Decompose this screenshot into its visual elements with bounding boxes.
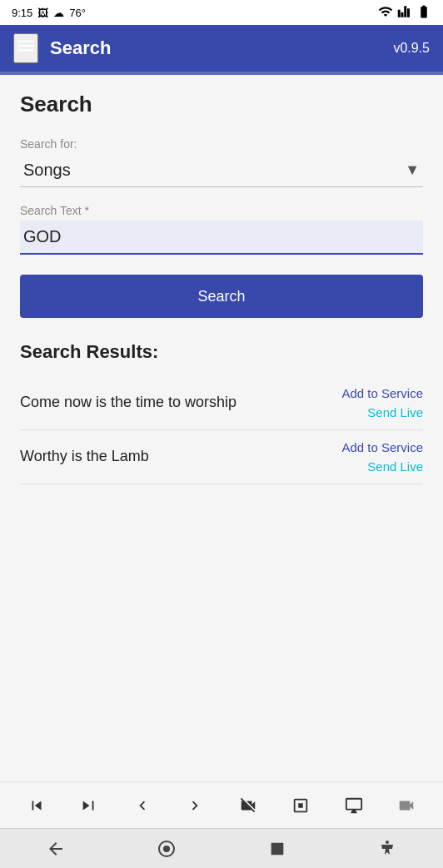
search-button[interactable]: Search — [20, 275, 423, 318]
next-button[interactable] — [182, 793, 207, 818]
skip-last-button[interactable] — [77, 793, 102, 818]
status-photo-icon: 🖼 — [37, 7, 48, 19]
menu-button[interactable] — [13, 33, 38, 63]
send-live-button-1[interactable]: Send Live — [367, 405, 423, 419]
search-for-dropdown[interactable]: Songs ▼ — [20, 154, 423, 187]
status-right — [378, 4, 431, 22]
status-left: 9:15 🖼 ☁ 76° — [12, 7, 86, 19]
song-title-1: Come now is the time to worship — [20, 393, 341, 412]
wifi-icon — [378, 4, 393, 22]
search-input-container — [20, 221, 423, 255]
app-bar-left: Search — [13, 33, 111, 63]
search-input[interactable] — [23, 227, 420, 246]
status-time: 9:15 — [12, 7, 32, 19]
slideshow-button[interactable] — [288, 793, 313, 818]
back-button[interactable] — [46, 839, 66, 859]
page-title: Search — [20, 92, 423, 117]
add-to-service-button-2[interactable]: Add to Service — [341, 440, 423, 454]
signal-icon — [397, 4, 412, 22]
accessibility-button[interactable] — [377, 839, 397, 859]
svg-point-3 — [386, 841, 389, 844]
camera-button[interactable] — [394, 793, 419, 818]
result-item-2: Worthy is the Lamb Add to Service Send L… — [20, 430, 423, 484]
search-for-value: Songs — [23, 161, 71, 180]
app-bar-title: Search — [50, 37, 111, 59]
result-actions-2: Add to Service Send Live — [341, 440, 423, 474]
results-title: Search Results: — [20, 341, 423, 363]
bottom-nav — [0, 828, 443, 868]
status-bar: 9:15 🖼 ☁ 76° — [0, 0, 443, 25]
result-actions-1: Add to Service Send Live — [341, 386, 423, 419]
app-bar: Search v0.9.5 — [0, 25, 443, 72]
song-title-2: Worthy is the Lamb — [20, 447, 341, 466]
search-for-label: Search for: — [20, 137, 423, 151]
skip-first-button[interactable] — [24, 793, 49, 818]
stop-button[interactable] — [268, 840, 286, 858]
media-controls — [0, 781, 443, 828]
svg-rect-2 — [271, 842, 283, 855]
main-content: Search Search for: Songs ▼ Search Text *… — [0, 75, 443, 781]
search-text-label: Search Text * — [20, 204, 423, 217]
battery-icon — [416, 4, 431, 22]
chevron-down-icon: ▼ — [405, 161, 420, 179]
svg-point-1 — [163, 846, 170, 852]
no-video-button[interactable] — [236, 793, 261, 818]
prev-button[interactable] — [130, 793, 155, 818]
app-version: v0.9.5 — [393, 41, 430, 56]
desktop-button[interactable] — [341, 793, 366, 818]
status-temperature: 76° — [69, 7, 86, 19]
result-item-1: Come now is the time to worship Add to S… — [20, 376, 423, 430]
status-cloud-icon: ☁ — [53, 7, 64, 19]
send-live-button-2[interactable]: Send Live — [367, 459, 423, 474]
home-button[interactable] — [157, 839, 177, 859]
add-to-service-button-1[interactable]: Add to Service — [341, 386, 423, 400]
